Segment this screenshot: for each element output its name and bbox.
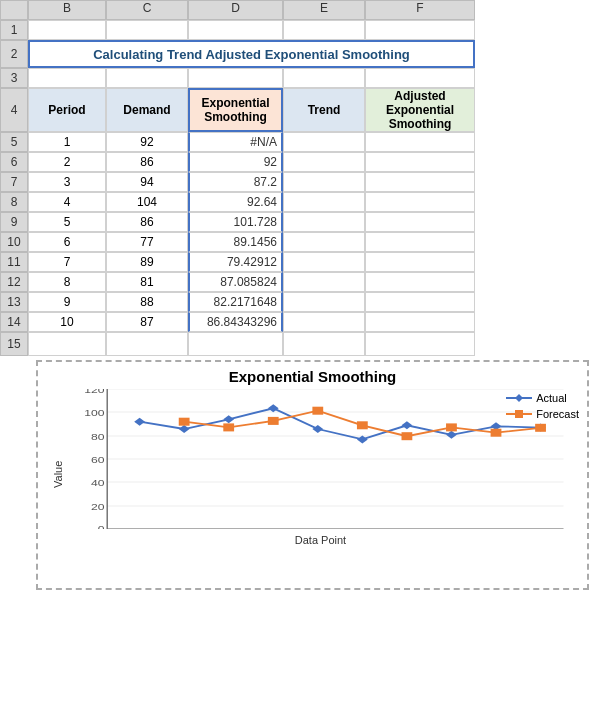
cell-trend-14[interactable] [283,312,365,332]
cell-period-14[interactable]: 10 [28,312,106,332]
cell-period-7[interactable]: 3 [28,172,106,192]
cell-trend-10[interactable] [283,232,365,252]
header-adj[interactable]: Adjusted Exponential Smoothing [365,88,475,132]
svg-rect-44 [535,424,546,432]
cell-trend-9[interactable] [283,212,365,232]
svg-rect-40 [357,421,368,429]
cell-exp-5[interactable]: #N/A [188,132,283,152]
cell-f1[interactable] [365,20,475,40]
cell-adj-5[interactable] [365,132,475,152]
row-7: 7 3 94 87.2 [0,172,597,192]
cell-adj-9[interactable] [365,212,475,232]
cell-e3[interactable] [283,68,365,88]
header-exp-smoothing[interactable]: Exponential Smoothing [188,88,283,132]
cell-exp-13[interactable]: 82.2171648 [188,292,283,312]
cell-period-11[interactable]: 7 [28,252,106,272]
cell-c3[interactable] [106,68,188,88]
header-trend[interactable]: Trend [283,88,365,132]
cell-trend-13[interactable] [283,292,365,312]
cell-trend-5[interactable] [283,132,365,152]
row-num-15: 15 [0,332,28,356]
cell-exp-6[interactable]: 92 [188,152,283,172]
cell-exp-10[interactable]: 89.1456 [188,232,283,252]
cell-trend-11[interactable] [283,252,365,272]
svg-marker-28 [223,415,234,423]
cell-period-13[interactable]: 9 [28,292,106,312]
chart-legend: Actual Forecast [506,392,579,424]
cell-demand-7[interactable]: 94 [106,172,188,192]
cell-period-8[interactable]: 4 [28,192,106,212]
header-period[interactable]: Period [28,88,106,132]
cell-demand-10[interactable]: 77 [106,232,188,252]
cell-exp-11[interactable]: 79.42912 [188,252,283,272]
cell-c1[interactable] [106,20,188,40]
cell-exp-9[interactable]: 101.728 [188,212,283,232]
cell-period-12[interactable]: 8 [28,272,106,292]
cell-e15[interactable] [283,332,365,356]
cell-demand-14[interactable]: 87 [106,312,188,332]
cell-exp-8[interactable]: 92.64 [188,192,283,212]
svg-rect-42 [446,423,457,431]
chart-area: Value 120 [48,389,577,559]
cell-adj-6[interactable] [365,152,475,172]
cell-c15[interactable] [106,332,188,356]
cell-adj-14[interactable] [365,312,475,332]
svg-marker-46 [515,394,523,402]
row-12: 12 8 81 87.085824 [0,272,597,292]
cell-period-9[interactable]: 5 [28,212,106,232]
cell-f3[interactable] [365,68,475,88]
svg-marker-32 [402,421,413,429]
svg-text:40: 40 [91,478,105,488]
cell-exp-12[interactable]: 87.085824 [188,272,283,292]
cell-e1[interactable] [283,20,365,40]
cell-d15[interactable] [188,332,283,356]
cell-demand-8[interactable]: 104 [106,192,188,212]
svg-marker-27 [179,425,190,433]
svg-marker-26 [134,418,145,426]
row-3: 3 [0,68,597,88]
cell-demand-11[interactable]: 89 [106,252,188,272]
chart-container: Exponential Smoothing Value [36,360,589,590]
cell-period-6[interactable]: 2 [28,152,106,172]
data-rows: 5 1 92 #N/A 6 2 86 92 7 3 94 87.2 8 4 10… [0,132,597,332]
cell-demand-6[interactable]: 86 [106,152,188,172]
cell-adj-12[interactable] [365,272,475,292]
cell-f15[interactable] [365,332,475,356]
cell-adj-11[interactable] [365,252,475,272]
chart-title: Exponential Smoothing [38,362,587,385]
chart-wrapper: Exponential Smoothing Value [0,360,597,590]
col-header-e: E [283,0,365,20]
cell-period-10[interactable]: 6 [28,232,106,252]
row-num-12: 12 [0,272,28,292]
row-num-10: 10 [0,232,28,252]
cell-adj-13[interactable] [365,292,475,312]
cell-b1[interactable] [28,20,106,40]
header-demand[interactable]: Demand [106,88,188,132]
col-header-f: F [365,0,475,20]
cell-demand-13[interactable]: 88 [106,292,188,312]
cell-trend-12[interactable] [283,272,365,292]
cell-adj-7[interactable] [365,172,475,192]
row-9: 9 5 86 101.728 [0,212,597,232]
cell-d3[interactable] [188,68,283,88]
title-cell[interactable]: Calculating Trend Adjusted Exponential S… [28,40,475,68]
cell-trend-8[interactable] [283,192,365,212]
col-header-c: C [106,0,188,20]
svg-rect-43 [491,429,502,437]
col-header-d: D [188,0,283,20]
cell-d1[interactable] [188,20,283,40]
cell-b15[interactable] [28,332,106,356]
cell-exp-14[interactable]: 86.84343296 [188,312,283,332]
cell-demand-5[interactable]: 92 [106,132,188,152]
cell-adj-10[interactable] [365,232,475,252]
cell-demand-12[interactable]: 81 [106,272,188,292]
cell-adj-8[interactable] [365,192,475,212]
cell-b3[interactable] [28,68,106,88]
cell-exp-7[interactable]: 87.2 [188,172,283,192]
cell-demand-9[interactable]: 86 [106,212,188,232]
cell-period-5[interactable]: 1 [28,132,106,152]
row-num-14: 14 [0,312,28,332]
cell-trend-6[interactable] [283,152,365,172]
cell-trend-7[interactable] [283,172,365,192]
svg-marker-33 [446,431,457,439]
